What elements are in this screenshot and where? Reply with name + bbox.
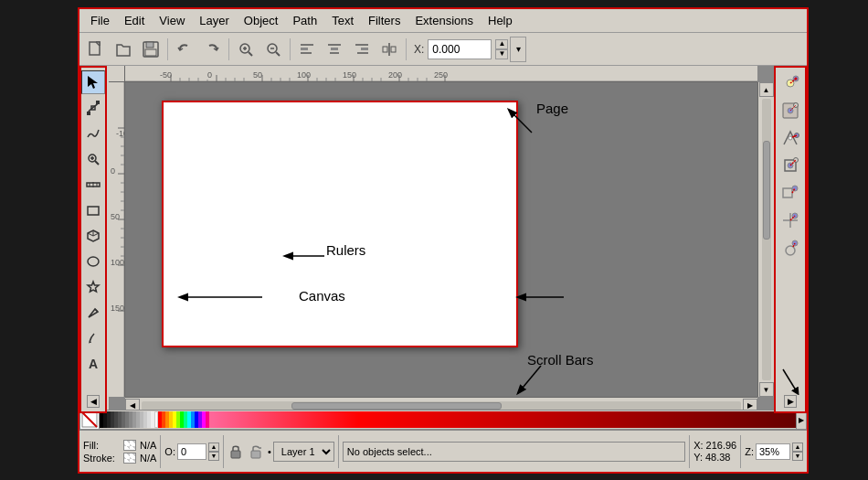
- right-snap-panel: ▶: [774, 66, 807, 413]
- measure-tool-btn[interactable]: [81, 173, 105, 197]
- hscroll-thumb[interactable]: [291, 402, 502, 410]
- zoom-tool-btn[interactable]: [81, 147, 105, 171]
- snap-btn-3[interactable]: [778, 125, 803, 151]
- svg-rect-136: [251, 451, 260, 458]
- x-label: X:: [414, 43, 424, 56]
- fill-stroke-group: Fill: N/A Stroke: N/A: [83, 440, 156, 464]
- pencil-tool-btn[interactable]: [81, 326, 105, 350]
- align-center-button[interactable]: [322, 37, 347, 62]
- menu-path[interactable]: Path: [285, 12, 324, 29]
- menu-filters[interactable]: Filters: [361, 12, 408, 29]
- svg-line-39: [88, 233, 93, 236]
- star-tool-btn[interactable]: [81, 275, 105, 299]
- lock-icon[interactable]: [228, 443, 244, 460]
- svg-rect-16: [331, 48, 338, 50]
- align-right-button[interactable]: [349, 37, 375, 62]
- sep1: [167, 38, 168, 60]
- svg-point-110: [795, 78, 798, 80]
- scroll-up-btn[interactable]: ▲: [759, 82, 774, 97]
- toolbar-dropdown[interactable]: ▾: [510, 37, 526, 62]
- svg-text:0: 0: [111, 166, 115, 176]
- opacity-label: O:: [164, 446, 175, 457]
- open-button[interactable]: [111, 37, 136, 62]
- svg-rect-135: [231, 451, 240, 458]
- lock-open-icon[interactable]: [248, 443, 264, 460]
- menu-help[interactable]: Help: [481, 12, 520, 29]
- diagonal-arrow: [781, 368, 799, 395]
- zoom-up[interactable]: ▲: [792, 443, 803, 452]
- gradient-red-swatch[interactable]: [213, 411, 796, 428]
- layer-select[interactable]: Layer 1: [273, 442, 334, 462]
- x-input[interactable]: [428, 39, 492, 59]
- x-coord-group: X: ▲ ▼: [414, 39, 508, 59]
- canvas-viewport[interactable]: Page Rulers Canvas Scroll Bars: [125, 82, 757, 397]
- svg-text:250: 250: [434, 70, 448, 80]
- stroke-swatch[interactable]: [123, 453, 136, 464]
- fill-swatch[interactable]: [123, 440, 136, 451]
- 3dbox-tool-btn[interactable]: [81, 224, 105, 248]
- status-divider-4: [689, 435, 690, 468]
- menu-file[interactable]: File: [83, 12, 117, 29]
- vscroll-track[interactable]: [762, 99, 771, 380]
- node-tool-btn[interactable]: [81, 96, 105, 120]
- svg-text:150: 150: [343, 70, 356, 80]
- ruler-corner: [109, 66, 125, 82]
- snap-btn-4[interactable]: [778, 153, 803, 178]
- hscroll-track[interactable]: [142, 401, 741, 411]
- collapse-left-btn[interactable]: ◀: [87, 395, 100, 408]
- select-tool-btn[interactable]: [81, 70, 105, 94]
- svg-line-29: [95, 161, 99, 165]
- x-spin-up[interactable]: ▲: [495, 39, 508, 49]
- pen-tool-btn[interactable]: [81, 301, 105, 325]
- zoom-out-button[interactable]: [260, 37, 286, 62]
- zoom-down[interactable]: ▼: [792, 452, 803, 461]
- scroll-down-btn[interactable]: ▼: [759, 382, 774, 397]
- app-window: File Edit View Layer Object Path Text Fi…: [78, 7, 809, 474]
- snap-btn-5[interactable]: [778, 180, 803, 206]
- y-coord-value: 48.38: [705, 452, 731, 463]
- menu-layer[interactable]: Layer: [192, 12, 237, 29]
- snap-btn-1[interactable]: [778, 70, 803, 96]
- menu-view[interactable]: View: [152, 12, 192, 29]
- page: [162, 101, 518, 347]
- save-button[interactable]: [138, 37, 164, 62]
- zoom-input[interactable]: [756, 443, 790, 460]
- svg-rect-13: [301, 48, 308, 50]
- canvas-area: -50 0 50 100 150 200 250: [109, 66, 774, 413]
- tweak-tool-btn[interactable]: [81, 122, 105, 145]
- svg-rect-26: [96, 101, 100, 104]
- svg-text:100: 100: [297, 70, 311, 80]
- undo-button[interactable]: [172, 37, 197, 62]
- opacity-down[interactable]: ▼: [208, 452, 219, 461]
- svg-text:200: 200: [388, 70, 402, 80]
- collapse-right-btn[interactable]: ▶: [784, 395, 797, 408]
- zoom-in-button[interactable]: [233, 37, 259, 62]
- circle-tool-btn[interactable]: [81, 250, 105, 273]
- opacity-input[interactable]: [177, 443, 206, 460]
- new-button[interactable]: [83, 37, 109, 62]
- svg-rect-3: [146, 42, 153, 48]
- distribute-button[interactable]: [376, 37, 402, 62]
- opacity-up[interactable]: ▲: [208, 443, 219, 452]
- scrollbars-label: Scroll Bars: [527, 352, 594, 368]
- x-spin-down[interactable]: ▼: [495, 49, 508, 59]
- menu-text[interactable]: Text: [324, 12, 361, 29]
- menu-edit[interactable]: Edit: [117, 12, 152, 29]
- menu-object[interactable]: Object: [237, 12, 286, 29]
- svg-text:-50: -50: [160, 70, 172, 80]
- snap-btn-2[interactable]: [778, 98, 803, 123]
- menu-extensions[interactable]: Extensions: [408, 12, 481, 29]
- text-tool-btn[interactable]: A: [81, 352, 105, 376]
- ruler-left: -100 0 50 100 150: [109, 82, 125, 397]
- redo-button[interactable]: [199, 37, 225, 62]
- sep4: [406, 38, 407, 60]
- snap-btn-6[interactable]: [778, 208, 803, 233]
- svg-line-106: [518, 366, 541, 393]
- align-left-button[interactable]: [294, 37, 320, 62]
- vscrollbar[interactable]: ▲ ▼: [757, 82, 774, 397]
- vscroll-thumb[interactable]: [763, 141, 770, 240]
- status-bar: Fill: N/A Stroke: N/A O: ▲ ▼: [79, 430, 807, 472]
- rect-tool-btn[interactable]: [81, 198, 105, 222]
- left-toolbox: A ◀: [79, 66, 107, 413]
- snap-btn-7[interactable]: [778, 235, 803, 261]
